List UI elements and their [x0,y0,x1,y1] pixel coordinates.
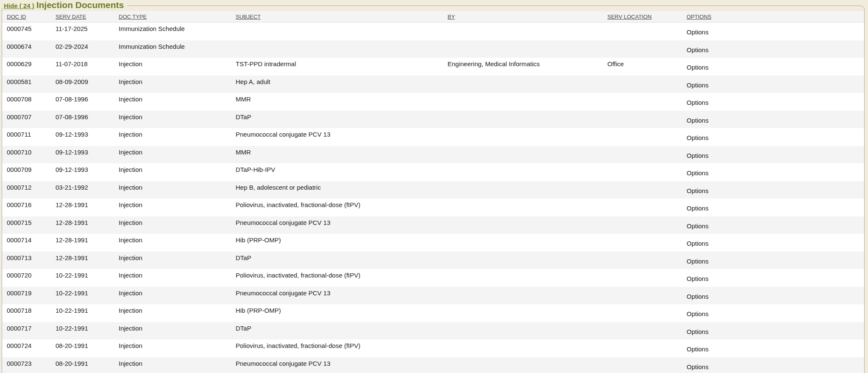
doc-type-cell: Injection [114,146,231,164]
table-row: 0000745 11-17-2025 Immunization Schedule… [2,22,864,40]
table-row: 0000723 08-20-1991 Injection Pneumococca… [2,357,864,373]
by-cell [443,128,603,146]
options-link[interactable]: Options [687,222,709,230]
column-header-by-label[interactable]: BY [448,14,455,20]
serv-date-cell: 09-12-1993 [51,146,114,164]
options-link[interactable]: Options [687,134,709,141]
options-cell: Options [682,181,864,199]
table-row: 0000715 12-28-1991 Injection Pneumococca… [2,216,864,234]
options-link[interactable]: Options [687,46,709,53]
serv-location-cell [603,269,682,287]
serv-date-cell: 02-29-2024 [51,40,114,58]
serv-date-cell: 11-07-2018 [51,58,114,76]
subject-cell: Poliovirus, inactivated, fractional-dose… [231,199,443,216]
column-header-subject-label[interactable]: SUBJECT [236,14,261,20]
options-link[interactable]: Options [687,117,709,124]
table-row: 0000581 08-09-2009 Injection Hep A, adul… [2,76,864,93]
serv-location-cell [603,163,682,181]
subject-cell: Hib (PRP-OMP) [231,234,443,252]
doc-type-cell: Immunization Schedule [114,22,231,40]
doc-id-cell: 0000629 [2,58,51,76]
column-header-doc-type[interactable]: DOC TYPE [114,11,231,22]
by-cell [443,252,603,269]
subject-cell: Pneumococcal conjugate PCV 13 [231,128,443,146]
by-cell [443,216,603,234]
by-cell: Engineering, Medical Informatics [443,58,603,76]
options-link[interactable]: Options [687,99,709,106]
panel-title: Injection Documents [36,0,124,10]
injection-documents-panel: Hide ( 24 )Injection Documents DOC ID SE… [2,0,865,373]
serv-date-cell: 03-21-1992 [51,181,114,199]
column-header-serv-location-label[interactable]: SERV LOCATION [607,14,651,20]
doc-id-cell: 0000711 [2,128,51,146]
column-header-by[interactable]: BY [443,11,603,22]
doc-type-cell: Injection [114,304,231,322]
serv-location-cell [603,357,682,373]
serv-date-cell: 08-20-1991 [51,357,114,373]
serv-location-cell [603,22,682,40]
serv-date-cell: 10-22-1991 [51,269,114,287]
subject-cell: Poliovirus, inactivated, fractional-dose… [231,339,443,357]
options-link[interactable]: Options [687,258,709,265]
by-cell [443,40,603,58]
column-header-doc-id[interactable]: DOC ID [2,11,51,22]
options-link[interactable]: Options [687,275,709,282]
options-link[interactable]: Options [687,187,709,194]
options-link[interactable]: Options [687,152,709,159]
options-cell: Options [682,287,864,305]
column-header-doc-id-label[interactable]: DOC ID [7,14,26,20]
options-link[interactable]: Options [687,205,709,212]
subject-cell [231,22,443,40]
table-row: 0000718 10-22-1991 Injection Hib (PRP-OM… [2,304,864,322]
injection-documents-table: DOC ID SERV DATE DOC TYPE SUBJECT BY SER… [2,11,864,373]
column-header-options[interactable]: OPTIONS [682,11,864,22]
doc-id-cell: 0000745 [2,22,51,40]
table-row: 0000713 12-28-1991 Injection DTaP Option… [2,252,864,269]
serv-date-cell: 10-22-1991 [51,322,114,340]
doc-type-cell: Injection [114,252,231,269]
table-row: 0000719 10-22-1991 Injection Pneumococca… [2,287,864,305]
doc-id-cell: 0000723 [2,357,51,373]
serv-location-cell [603,304,682,322]
options-link[interactable]: Options [687,328,709,335]
doc-id-cell: 0000715 [2,216,51,234]
column-header-options-label[interactable]: OPTIONS [687,14,712,20]
serv-location-cell [603,252,682,269]
options-link[interactable]: Options [687,363,709,370]
column-header-subject[interactable]: SUBJECT [231,11,443,22]
subject-cell: Pneumococcal conjugate PCV 13 [231,287,443,305]
options-link[interactable]: Options [687,81,709,89]
options-link[interactable]: Options [687,345,709,353]
column-header-doc-type-label[interactable]: DOC TYPE [119,14,147,20]
doc-id-cell: 0000724 [2,339,51,357]
serv-location-cell [603,339,682,357]
by-cell [443,269,603,287]
by-cell [443,304,603,322]
column-header-serv-date-label[interactable]: SERV DATE [56,14,86,20]
serv-location-cell [603,128,682,146]
options-cell: Options [682,339,864,357]
options-link[interactable]: Options [687,293,709,300]
by-cell [443,234,603,252]
options-link[interactable]: Options [687,28,709,36]
options-link[interactable]: Options [687,310,709,317]
doc-id-cell: 0000712 [2,181,51,199]
options-cell: Options [682,76,864,93]
doc-id-cell: 0000717 [2,322,51,340]
doc-type-cell: Injection [114,199,231,216]
subject-cell [231,40,443,58]
options-link[interactable]: Options [687,64,709,71]
table-row: 0000709 09-12-1993 Injection DTaP-Hib-IP… [2,163,864,181]
options-link[interactable]: Options [687,240,709,247]
by-cell [443,287,603,305]
table-row: 0000707 07-08-1996 Injection DTaP Option… [2,111,864,129]
doc-type-cell: Injection [114,322,231,340]
table-row: 0000714 12-28-1991 Injection Hib (PRP-OM… [2,234,864,252]
column-header-serv-location[interactable]: SERV LOCATION [603,11,682,22]
table-row: 0000629 11-07-2018 Injection TST-PPD int… [2,58,864,76]
document-table-body: 0000745 11-17-2025 Immunization Schedule… [2,22,864,373]
column-header-serv-date[interactable]: SERV DATE [51,11,114,22]
options-link[interactable]: Options [687,169,709,177]
options-cell: Options [682,128,864,146]
hide-documents-link[interactable]: Hide ( 24 ) [4,2,34,9]
